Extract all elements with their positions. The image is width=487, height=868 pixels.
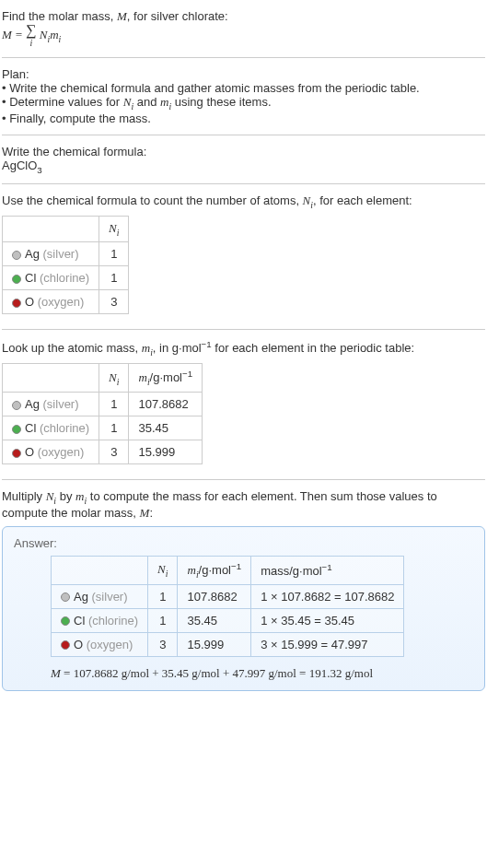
element-cell: Ag (silver)	[3, 393, 99, 416]
atomic-mass-text: Look up the atomic mass, mi, in g·mol−1 …	[2, 339, 485, 358]
element-name: (silver)	[43, 397, 79, 411]
mul-d: :	[149, 506, 153, 520]
formula-eq: =	[12, 28, 26, 41]
h-Ni: i	[117, 376, 120, 386]
intro-section: Find the molar mass, M, for silver chlor…	[2, 4, 485, 53]
formula-m: m	[50, 28, 58, 41]
element-cell: Cl (chlorine)	[52, 608, 148, 632]
chem-formula: AgClO3	[2, 158, 485, 175]
count-value: 1	[99, 393, 129, 416]
mass-calc: 3 × 15.999 = 47.997	[251, 632, 404, 656]
am-b: , in g·mol	[153, 342, 202, 356]
header-mass: mass/g·mol−1	[251, 556, 404, 584]
h-unit: /g·mol	[199, 563, 231, 577]
chemical-formula-section: Write the chemical formula: AgClO3	[2, 139, 485, 181]
element-name: (chlorine)	[40, 271, 89, 285]
element-cell: Ag (silver)	[3, 242, 99, 266]
h-Ni: i	[117, 227, 120, 237]
element-name: (oxygen)	[38, 295, 85, 309]
mass-value: 15.999	[129, 440, 203, 464]
chlorine-dot-icon	[61, 616, 70, 626]
plan-2a: • Determine values for	[2, 95, 123, 109]
element-symbol: O	[74, 638, 83, 651]
formula-sigma-sub: i	[29, 38, 32, 48]
count-value: 1	[99, 266, 129, 290]
divider	[2, 57, 485, 58]
count-atoms-table: Ni Ag (silver) 1 Cl (chlorine) 1 O (oxyg…	[2, 216, 129, 315]
mul-M: M	[140, 506, 150, 520]
h-exp: −1	[182, 369, 192, 379]
mul-b: by	[56, 489, 75, 503]
element-symbol: Ag	[25, 247, 40, 261]
table-row: Cl (chlorine) 1	[3, 266, 129, 290]
multiply-section: Multiply Ni by mi to compute the mass fo…	[2, 484, 485, 702]
element-cell: Cl (chlorine)	[3, 266, 99, 290]
plan-2-rest: using these items.	[171, 95, 271, 109]
header-N: Ni	[99, 216, 129, 242]
divider	[2, 479, 485, 480]
silver-dot-icon	[12, 401, 21, 410]
intro-var-M: M	[117, 9, 127, 23]
table-row: O (oxygen) 3 15.999	[3, 440, 203, 464]
answer-inner: Ni mi/g·mol−1 mass/g·mol−1 Ag (silver) 1…	[14, 556, 473, 681]
element-cell: O (oxygen)	[3, 290, 99, 314]
table-header-row: Ni mi/g·mol−1	[3, 364, 203, 393]
plan-header: Plan:	[2, 67, 485, 81]
h-exp: −1	[231, 561, 241, 571]
element-cell: Cl (chlorine)	[3, 416, 99, 440]
oxygen-dot-icon	[12, 299, 21, 308]
count-atoms-section: Use the chemical formula to count the nu…	[2, 188, 485, 325]
intro-text-rest: , for silver chlorate:	[127, 9, 228, 23]
table-header-row: Ni mi/g·mol−1 mass/g·mol−1	[52, 556, 404, 584]
answer-label: Answer:	[14, 536, 473, 550]
count-value: 1	[99, 242, 129, 266]
formula-M: M	[2, 28, 12, 41]
am-m: m	[142, 342, 150, 356]
plan-item-1: • Write the chemical formula and gather …	[2, 81, 485, 95]
ca-N: N	[303, 194, 311, 207]
h-N: N	[109, 221, 117, 235]
mass-calc: 1 × 35.45 = 35.45	[251, 608, 404, 632]
empty-header	[3, 216, 99, 242]
oxygen-dot-icon	[61, 640, 70, 650]
h-N: N	[157, 562, 166, 576]
count-atoms-text: Use the chemical formula to count the nu…	[2, 194, 485, 210]
table-row: Ag (silver) 1 107.8682	[3, 393, 203, 416]
final-result: M = 107.8682 g/mol + 35.45 g/mol + 47.99…	[51, 666, 473, 681]
final-eq: = 107.8682 g/mol + 35.45 g/mol + 47.997 …	[61, 666, 373, 680]
divider	[2, 135, 485, 135]
empty-header	[3, 364, 99, 393]
count-value: 1	[148, 584, 178, 608]
element-name: (silver)	[92, 590, 128, 604]
chem-formula-text: AgClO	[2, 158, 37, 172]
element-name: (chlorine)	[88, 614, 138, 628]
molar-mass-formula: M = ∑i Nimi	[2, 24, 485, 48]
table-row: Ag (silver) 1 107.8682 1 × 107.8682 = 10…	[52, 584, 404, 608]
h-mass: mass/g·mol	[261, 565, 321, 579]
element-symbol: O	[25, 295, 34, 309]
chlorine-dot-icon	[12, 425, 21, 434]
plan-item-2: • Determine values for Ni and mi using t…	[2, 95, 485, 111]
count-value: 3	[99, 440, 129, 464]
header-N: Ni	[99, 364, 129, 393]
mass-value: 35.45	[129, 416, 203, 440]
element-symbol: O	[25, 445, 34, 459]
plan-2-m: m	[160, 95, 168, 109]
mass-value: 15.999	[178, 632, 251, 656]
ca-b: , for each element:	[313, 194, 412, 207]
count-value: 1	[148, 608, 178, 632]
mul-a: Multiply	[2, 489, 46, 503]
intro-text: Find the molar mass,	[2, 9, 117, 23]
atomic-mass-table: Ni mi/g·mol−1 Ag (silver) 1 107.8682 Cl …	[2, 363, 203, 464]
chlorine-dot-icon	[12, 275, 21, 284]
plan-section: Plan: • Write the chemical formula and g…	[2, 62, 485, 131]
element-cell: O (oxygen)	[52, 632, 148, 656]
divider	[2, 183, 485, 184]
table-row: O (oxygen) 3	[3, 290, 129, 314]
table-row: Ag (silver) 1	[3, 242, 129, 266]
count-value: 3	[99, 290, 129, 314]
h-Ni: i	[166, 569, 168, 579]
element-symbol: Ag	[74, 590, 88, 604]
table-row: Cl (chlorine) 1 35.45	[3, 416, 203, 440]
am-a: Look up the atomic mass,	[2, 342, 142, 356]
